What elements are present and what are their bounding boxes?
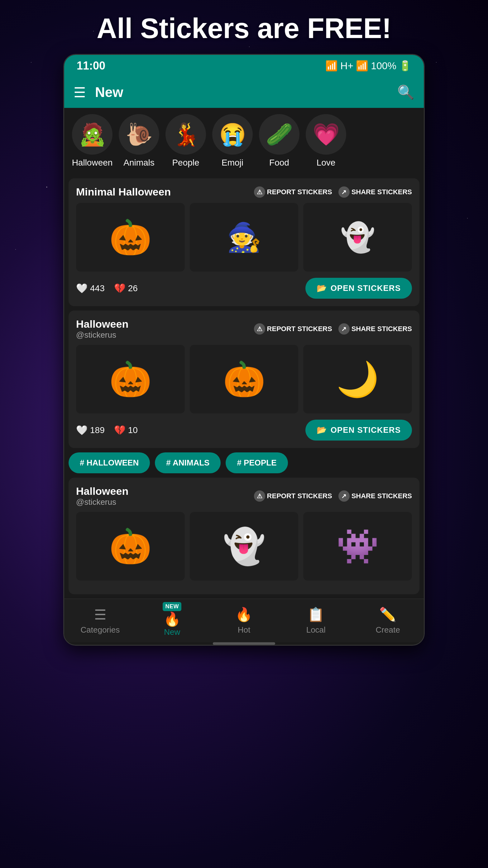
open-btn-2[interactable]: 📂 OPEN STICKERS	[305, 420, 412, 440]
share-icon-1: ↗	[338, 186, 350, 198]
pack-name-3: Halloween	[76, 485, 254, 497]
dislikes-count-2: 10	[128, 425, 138, 435]
category-halloween[interactable]: 🧟 Halloween	[70, 114, 114, 168]
pack-title-1: Minimal Halloween	[76, 186, 254, 198]
nav-categories-label: Categories	[81, 625, 120, 635]
nav-new-icon: 🔥	[164, 611, 181, 627]
status-time: 11:00	[77, 59, 105, 72]
report-label-1: REPORT STICKERS	[267, 188, 332, 196]
category-people-label: People	[172, 158, 199, 168]
share-icon-2: ↗	[338, 323, 350, 335]
signal-text: H+	[340, 60, 353, 72]
category-food-circle: 🥒	[259, 114, 299, 155]
dislikes-2: 💔 10	[114, 425, 138, 436]
pack-name-1: Minimal Halloween	[76, 186, 254, 198]
likes-1: 🤍 443	[76, 283, 105, 294]
nav-categories[interactable]: ☰ Categories	[64, 607, 136, 635]
tag-row: # HALLOWEEN # ANIMALS # PEOPLE	[64, 453, 424, 473]
heart-icon-1: 🤍	[76, 283, 88, 294]
report-icon-3: ⚠	[254, 490, 265, 502]
likes-count-2: 189	[90, 425, 105, 435]
category-emoji-label: Emoji	[222, 158, 243, 168]
likes-count-1: 443	[90, 283, 105, 293]
nav-new[interactable]: NEW 🔥 New	[136, 604, 208, 637]
report-btn-2[interactable]: ⚠ REPORT STICKERS	[254, 323, 332, 335]
category-animals-circle: 🐌	[119, 114, 159, 155]
pack-actions-1: ⚠ REPORT STICKERS ↗ SHARE STICKERS	[254, 186, 412, 198]
report-btn-3[interactable]: ⚠ REPORT STICKERS	[254, 490, 332, 502]
share-icon-3: ↗	[338, 490, 350, 502]
toolbar-title: New	[95, 85, 388, 100]
nav-local[interactable]: 📋 Local	[280, 607, 352, 635]
pack-header-1: Minimal Halloween ⚠ REPORT STICKERS ↗ SH…	[76, 186, 412, 198]
report-label-3: REPORT STICKERS	[267, 492, 332, 500]
tag-people[interactable]: # PEOPLE	[226, 453, 288, 473]
nav-create-icon: ✏️	[379, 607, 396, 623]
report-icon-1: ⚠	[254, 186, 265, 198]
pack-author-3: @stickerus	[76, 497, 254, 507]
sticker-thumb-1-0: 🎃	[76, 203, 185, 272]
category-animals[interactable]: 🐌 Animals	[117, 114, 161, 168]
nav-create[interactable]: ✏️ Create	[352, 607, 424, 635]
report-btn-1[interactable]: ⚠ REPORT STICKERS	[254, 186, 332, 198]
dislikes-count-1: 26	[128, 283, 138, 293]
share-label-2: SHARE STICKERS	[352, 325, 412, 333]
sticker-thumb-3-0: 🎃	[76, 512, 185, 581]
pack-stats-1: 🤍 443 💔 26	[76, 283, 305, 294]
category-animals-label: Animals	[123, 158, 155, 168]
category-food-label: Food	[269, 158, 289, 168]
banner-title: All Stickers are FREE!	[78, 0, 410, 54]
dislike-icon-1: 💔	[114, 283, 126, 294]
nav-hot-icon: 🔥	[235, 607, 252, 623]
open-btn-label-1: OPEN STICKERS	[331, 283, 401, 293]
category-love-circle: 💗	[306, 114, 346, 155]
pack-halloween-3: Halloween @stickerus ⚠ REPORT STICKERS ↗…	[69, 478, 419, 594]
phone-frame: 11:00 📶 H+ 📶 100% 🔋 ☰ New 🔍 🧟 Halloween …	[63, 54, 425, 646]
app-content: 🧟 Halloween 🐌 Animals 💃 People 😭 Emoji 🥒…	[64, 108, 424, 645]
battery-icon: 🔋	[399, 60, 411, 72]
pack-author-2: @stickerus	[76, 330, 254, 340]
category-emoji[interactable]: 😭 Emoji	[210, 114, 254, 168]
pack-halloween-2: Halloween @stickerus ⚠ REPORT STICKERS ↗…	[69, 311, 419, 448]
pack-footer-1: 🤍 443 💔 26 📂 OPEN STICKERS	[76, 278, 412, 299]
status-icons: 📶 H+ 📶 100% 🔋	[325, 60, 411, 72]
share-btn-3[interactable]: ↗ SHARE STICKERS	[338, 490, 412, 502]
tag-animals[interactable]: # ANIMALS	[155, 453, 221, 473]
category-halloween-label: Halloween	[72, 158, 113, 168]
category-love-label: Love	[317, 158, 336, 168]
nav-new-wrapper: NEW 🔥 New	[163, 604, 182, 637]
nav-hot[interactable]: 🔥 Hot	[208, 607, 280, 635]
report-label-2: REPORT STICKERS	[267, 325, 332, 333]
sticker-thumb-1-2: 👻	[303, 203, 412, 272]
sticker-thumb-3-2: 👾	[303, 512, 412, 581]
pack-minimal-halloween: Minimal Halloween ⚠ REPORT STICKERS ↗ SH…	[69, 178, 419, 306]
nav-local-label: Local	[306, 625, 326, 635]
search-icon[interactable]: 🔍	[397, 84, 415, 100]
share-btn-2[interactable]: ↗ SHARE STICKERS	[338, 323, 412, 335]
category-emoji-circle: 😭	[212, 114, 253, 155]
dislike-icon-2: 💔	[114, 425, 126, 436]
share-label-1: SHARE STICKERS	[352, 188, 412, 196]
bottom-indicator	[213, 642, 275, 645]
open-btn-1[interactable]: 📂 OPEN STICKERS	[305, 278, 412, 299]
open-btn-icon-1: 📂	[317, 283, 327, 293]
pack-actions-3: ⚠ REPORT STICKERS ↗ SHARE STICKERS	[254, 490, 412, 502]
stickers-preview-1: 🎃 🧙 👻	[76, 203, 412, 272]
heart-icon-2: 🤍	[76, 425, 88, 436]
category-food[interactable]: 🥒 Food	[257, 114, 301, 168]
pack-actions-2: ⚠ REPORT STICKERS ↗ SHARE STICKERS	[254, 323, 412, 335]
sticker-thumb-2-1: 🎃	[190, 345, 298, 413]
tag-halloween[interactable]: # HALLOWEEN	[69, 453, 150, 473]
likes-2: 🤍 189	[76, 425, 105, 436]
share-btn-1[interactable]: ↗ SHARE STICKERS	[338, 186, 412, 198]
category-people[interactable]: 💃 People	[164, 114, 207, 168]
menu-icon[interactable]: ☰	[73, 85, 86, 100]
nav-new-badge: NEW	[163, 602, 182, 611]
share-label-3: SHARE STICKERS	[352, 492, 412, 500]
nav-create-label: Create	[376, 625, 400, 635]
bottom-nav: ☰ Categories NEW 🔥 New 🔥 Hot 📋 Local ✏️	[64, 599, 424, 642]
category-love[interactable]: 💗 Love	[304, 114, 348, 168]
pack-header-2: Halloween @stickerus ⚠ REPORT STICKERS ↗…	[76, 318, 412, 340]
nav-categories-icon: ☰	[94, 607, 106, 623]
pack-stats-2: 🤍 189 💔 10	[76, 425, 305, 436]
